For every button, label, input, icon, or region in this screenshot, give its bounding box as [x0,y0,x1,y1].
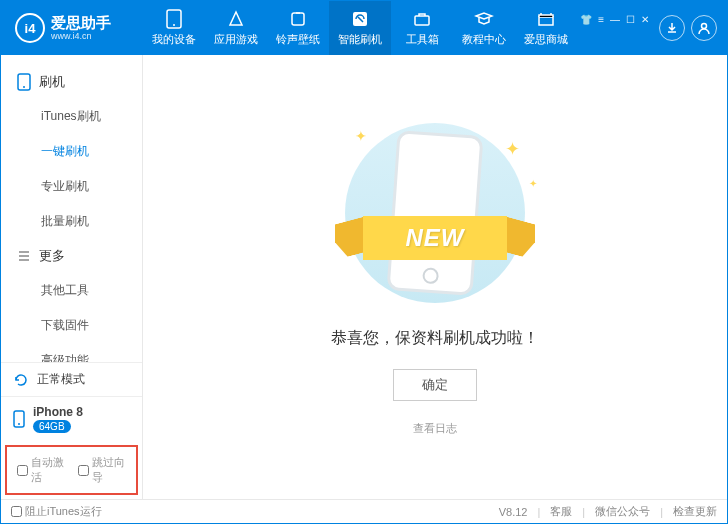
svg-point-8 [23,86,25,88]
nav-label: 教程中心 [462,32,506,47]
close-icon[interactable]: ✕ [641,14,649,25]
ok-button[interactable]: 确定 [393,369,477,401]
header: i4 爱思助手 www.i4.cn 我的设备 应用游戏 铃声壁纸 智能刷机 工具… [1,1,727,55]
logo-text: 爱思助手 [51,15,111,32]
top-nav: 我的设备 应用游戏 铃声壁纸 智能刷机 工具箱 教程中心 爱思商城 [143,1,580,55]
svg-rect-5 [539,17,553,25]
skin-icon[interactable]: 👕 [580,14,592,25]
tutorial-icon [474,9,494,29]
sidebar-group-flash: 刷机 [1,65,142,99]
device-icon [164,9,184,29]
sidebar-item-batch[interactable]: 批量刷机 [1,204,142,239]
phone-graphic [387,130,484,296]
nav-label: 智能刷机 [338,32,382,47]
svg-rect-4 [415,16,429,25]
nav-label: 铃声壁纸 [276,32,320,47]
star-icon: ✦ [529,178,537,189]
group-label: 更多 [39,247,65,265]
checkbox-label: 阻止iTunes运行 [25,504,102,519]
store-icon [536,9,556,29]
nav-ringtones[interactable]: 铃声壁纸 [267,1,329,55]
nav-flash[interactable]: 智能刷机 [329,1,391,55]
sidebar-item-firmware[interactable]: 下载固件 [1,308,142,343]
version-label: V8.12 [499,506,528,518]
nav-my-device[interactable]: 我的设备 [143,1,205,55]
user-icon[interactable] [691,15,717,41]
wechat-link[interactable]: 微信公众号 [595,504,650,519]
menu-icon[interactable]: ≡ [598,14,604,25]
nav-toolbox[interactable]: 工具箱 [391,1,453,55]
logo-icon: i4 [15,13,45,43]
sidebar-group-more: 更多 [1,239,142,273]
svg-point-1 [173,24,175,26]
toolbox-icon [412,9,432,29]
mode-label: 正常模式 [37,371,85,388]
nav-tutorials[interactable]: 教程中心 [453,1,515,55]
success-message: 恭喜您，保资料刷机成功啦！ [331,328,539,349]
logo-url: www.i4.cn [51,31,111,41]
sidebar-item-itunes[interactable]: iTunes刷机 [1,99,142,134]
sidebar: 刷机 iTunes刷机 一键刷机 专业刷机 批量刷机 更多 其他工具 下载固件 … [1,55,143,499]
download-icon[interactable] [659,15,685,41]
header-right: 👕 ≡ — ☐ ✕ [580,14,727,43]
nav-label: 我的设备 [152,32,196,47]
phone-icon [13,410,25,428]
sidebar-item-advanced[interactable]: 高级功能 [1,343,142,362]
checkbox-label: 自动激活 [31,455,66,485]
sidebar-item-other[interactable]: 其他工具 [1,273,142,308]
footer: 阻止iTunes运行 V8.12 | 客服 | 微信公众号 | 检查更新 [1,499,727,523]
refresh-icon [13,372,29,388]
update-link[interactable]: 检查更新 [673,504,717,519]
svg-point-10 [18,423,20,425]
mode-row[interactable]: 正常模式 [1,363,142,396]
maximize-icon[interactable]: ☐ [626,14,635,25]
device-name: iPhone 8 [33,405,83,419]
sidebar-item-oneclick[interactable]: 一键刷机 [1,134,142,169]
ribbon: NEW [345,216,525,260]
svg-rect-2 [292,13,304,25]
svg-point-6 [702,24,707,29]
service-link[interactable]: 客服 [550,504,572,519]
minimize-icon[interactable]: — [610,14,620,25]
nav-apps[interactable]: 应用游戏 [205,1,267,55]
logo-area: i4 爱思助手 www.i4.cn [1,13,143,43]
main-content: ✦ ✦ ✦ ✦ NEW 恭喜您，保资料刷机成功啦！ 确定 查看日志 [143,55,727,499]
nav-store[interactable]: 爱思商城 [515,1,577,55]
view-log-link[interactable]: 查看日志 [413,421,457,436]
device-row[interactable]: iPhone 8 64GB [1,396,142,441]
storage-badge: 64GB [33,420,71,433]
block-itunes-checkbox[interactable]: 阻止iTunes运行 [11,504,102,519]
auto-activate-checkbox[interactable]: 自动激活 [17,455,66,485]
ribbon-text: NEW [363,216,507,260]
nav-label: 应用游戏 [214,32,258,47]
sidebar-item-pro[interactable]: 专业刷机 [1,169,142,204]
nav-label: 工具箱 [406,32,439,47]
apps-icon [226,9,246,29]
skip-guide-checkbox[interactable]: 跳过向导 [78,455,127,485]
nav-label: 爱思商城 [524,32,568,47]
star-icon: ✦ [505,138,520,160]
ringtone-icon [288,9,308,29]
success-illustration: ✦ ✦ ✦ ✦ NEW [325,118,545,308]
window-controls: 👕 ≡ — ☐ ✕ [580,14,649,25]
highlighted-options: 自动激活 跳过向导 [5,445,138,495]
group-label: 刷机 [39,73,65,91]
menu-icon [17,249,31,263]
flash-icon [350,9,370,29]
checkbox-label: 跳过向导 [92,455,127,485]
star-icon: ✦ [355,128,367,144]
phone-icon [17,73,31,91]
